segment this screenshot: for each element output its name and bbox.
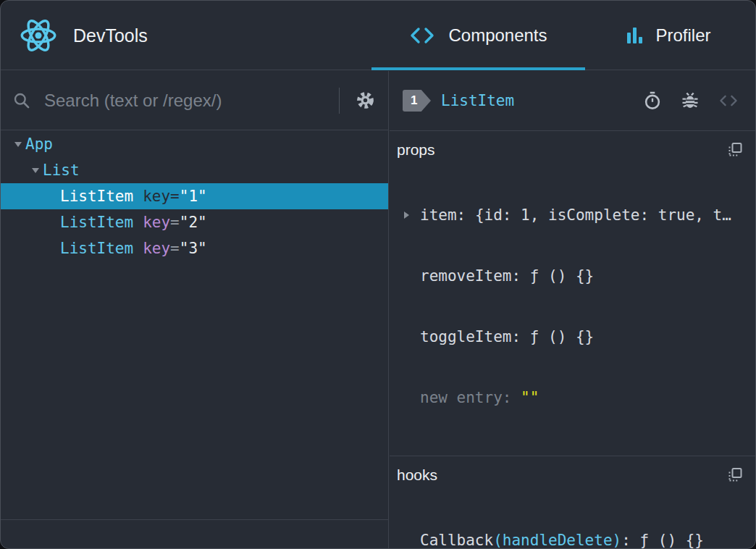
component-name: List bbox=[43, 162, 80, 179]
code-brackets-icon bbox=[718, 92, 739, 109]
search-input[interactable] bbox=[44, 91, 333, 111]
inspect-dom-button[interactable] bbox=[680, 91, 700, 111]
react-logo-icon bbox=[20, 17, 57, 54]
key-attribute: key3 bbox=[143, 240, 207, 257]
component-name: App bbox=[25, 135, 53, 153]
component-name: ListItem bbox=[60, 240, 133, 257]
selected-component-name: ListItem bbox=[441, 92, 514, 109]
tab-components-label: Components bbox=[448, 25, 547, 46]
prop-value: ƒ () {} bbox=[530, 267, 595, 285]
component-tree: App List ListItemkey1 ListItemkey2 ListI… bbox=[1, 131, 388, 519]
copy-icon bbox=[726, 466, 744, 484]
tree-row-listitem-3[interactable]: ListItemkey3 bbox=[1, 235, 388, 261]
new-entry-value[interactable] bbox=[521, 389, 539, 406]
search-icon bbox=[12, 91, 31, 110]
tab-profiler[interactable]: Profiler bbox=[600, 1, 738, 70]
prop-row-new-entry: new entry bbox=[397, 385, 744, 411]
prop-value: {id: 1, isComplete: true, t… bbox=[475, 206, 731, 224]
component-name: ListItem bbox=[60, 214, 133, 231]
key-label: key bbox=[143, 214, 170, 231]
prop-name: toggleItem bbox=[420, 328, 530, 345]
tree-footer-strip bbox=[1, 519, 388, 548]
key-attribute: key2 bbox=[143, 214, 207, 231]
active-tab-underline bbox=[371, 67, 585, 70]
prop-name: item bbox=[420, 206, 475, 224]
hook-row-handledelete: CallbackhandleDeleteƒ () {} bbox=[397, 527, 744, 549]
prop-row-removeitem: removeItemƒ () {} bbox=[397, 263, 744, 289]
app-title: DevTools bbox=[73, 1, 148, 70]
tree-row-list[interactable]: List bbox=[1, 157, 388, 183]
settings-gear-button[interactable] bbox=[354, 89, 377, 112]
prop-row-item[interactable]: item{id: 1, isComplete: true, t… bbox=[397, 202, 744, 228]
tab-profiler-label: Profiler bbox=[655, 25, 710, 46]
devtools-window: DevTools Components Profiler bbox=[0, 0, 756, 549]
inspector-header: 1 ListItem bbox=[390, 71, 755, 131]
copy-icon bbox=[726, 141, 744, 159]
key-label: key bbox=[143, 240, 170, 257]
inspector-panel: 1 ListItem bbox=[390, 71, 755, 548]
view-source-button[interactable] bbox=[718, 92, 739, 109]
expander-down-icon[interactable] bbox=[11, 142, 25, 147]
tree-row-listitem-2[interactable]: ListItemkey2 bbox=[1, 209, 388, 235]
search-bar bbox=[1, 71, 388, 130]
prop-name: removeItem bbox=[420, 267, 530, 285]
key-attribute: key1 bbox=[143, 188, 207, 205]
tree-row-app[interactable]: App bbox=[1, 131, 388, 157]
search-divider bbox=[339, 88, 340, 114]
element-count-badge: 1 bbox=[403, 90, 431, 112]
top-bar: DevTools Components Profiler bbox=[1, 1, 755, 70]
props-section-title: props bbox=[397, 141, 435, 159]
stopwatch-icon bbox=[642, 91, 663, 111]
hooks-section: hooks CallbackhandleDeleteƒ () {} Callba… bbox=[390, 456, 755, 549]
copy-hooks-button[interactable] bbox=[726, 466, 744, 484]
bar-chart-icon bbox=[627, 28, 642, 43]
component-name: ListItem bbox=[60, 188, 133, 205]
bug-icon bbox=[680, 91, 700, 111]
tab-components[interactable]: Components bbox=[371, 1, 585, 70]
gear-icon bbox=[354, 89, 377, 112]
hook-name: handleDelete bbox=[493, 532, 621, 549]
prop-row-toggleitem: toggleItemƒ () {} bbox=[397, 324, 744, 350]
hook-value: ƒ () {} bbox=[639, 532, 704, 549]
component-tree-panel: App List ListItemkey1 ListItemkey2 ListI… bbox=[1, 71, 389, 548]
tree-row-listitem-1[interactable]: ListItemkey1 bbox=[1, 183, 388, 209]
new-entry-name[interactable]: new entry bbox=[420, 389, 521, 406]
copy-props-button[interactable] bbox=[726, 141, 744, 159]
hook-type: Callback bbox=[420, 532, 493, 549]
expander-down-icon[interactable] bbox=[28, 168, 43, 173]
prop-value: ƒ () {} bbox=[530, 328, 595, 345]
expander-right-icon[interactable] bbox=[404, 211, 420, 219]
key-label: key bbox=[143, 188, 170, 205]
suspend-timer-button[interactable] bbox=[642, 91, 663, 111]
props-section: props item{id: 1, isComplete: true, t… r… bbox=[390, 131, 755, 456]
code-brackets-icon bbox=[409, 26, 435, 45]
hooks-section-title: hooks bbox=[397, 466, 437, 484]
